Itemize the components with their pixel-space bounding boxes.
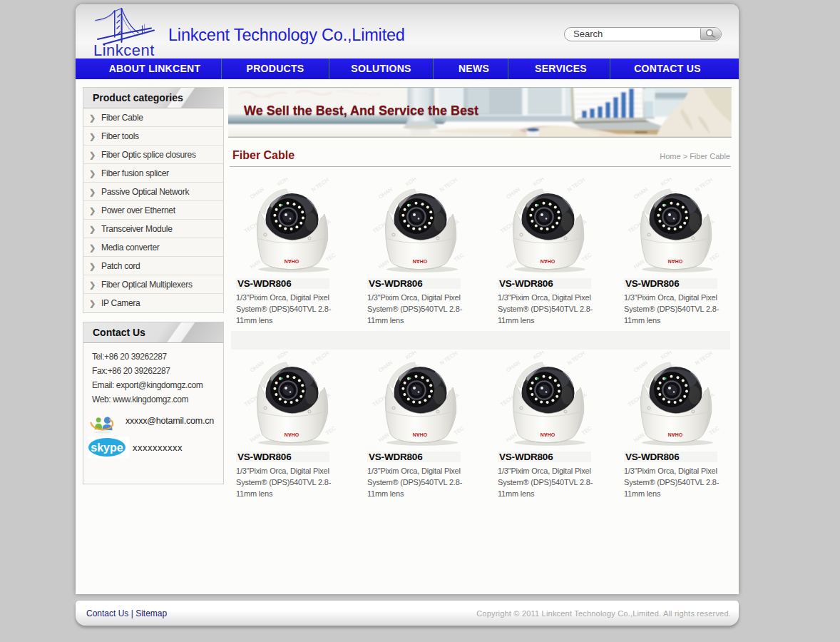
- svg-text:skype: skype: [91, 442, 123, 454]
